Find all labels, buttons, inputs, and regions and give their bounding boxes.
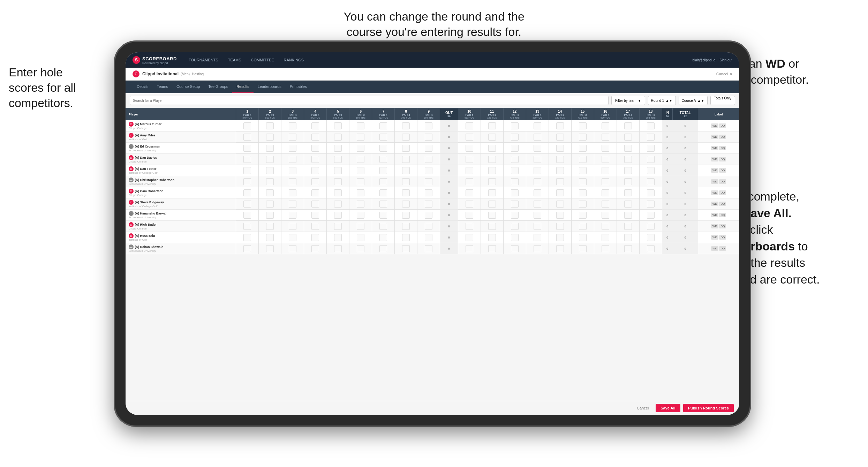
score-input-hole-6-player-0[interactable] [357,122,364,129]
score-input-hole-5-player-7[interactable] [334,201,342,208]
score-input-hole-4-player-9[interactable] [311,223,319,230]
score-input-hole-1-player-10[interactable] [243,234,251,241]
score-input-hole-18-player-4[interactable] [647,167,655,174]
score-input-hole-11-player-10[interactable] [488,234,496,241]
score-input-hole-11-player-4[interactable] [488,167,496,174]
score-input-hole-4-player-7[interactable] [311,201,319,208]
score-input-hole-3-player-4[interactable] [289,167,296,174]
score-input-hole-18-player-8[interactable] [647,212,655,219]
score-input-hole-2-player-0[interactable] [266,122,274,129]
score-input-hole-16-player-5[interactable] [602,178,609,185]
dq-button-player-3[interactable]: DQ [719,157,726,161]
score-input-hole-2-player-11[interactable] [266,245,274,252]
score-input-hole-3-player-1[interactable] [289,134,296,141]
score-input-hole-6-player-8[interactable] [357,212,364,219]
score-input-hole-18-player-1[interactable] [647,134,655,141]
search-player-input[interactable] [130,96,609,105]
score-input-hole-15-player-2[interactable] [579,145,587,152]
score-input-hole-9-player-3[interactable] [425,156,432,163]
wd-button-player-3[interactable]: WD [711,157,718,161]
score-input-hole-5-player-8[interactable] [334,212,342,219]
score-input-hole-1-player-6[interactable] [243,189,251,196]
score-input-hole-4-player-3[interactable] [311,156,319,163]
score-input-hole-12-player-7[interactable] [511,201,519,208]
score-input-hole-10-player-9[interactable] [466,223,473,230]
dq-button-player-7[interactable]: DQ [719,202,726,206]
score-input-hole-5-player-11[interactable] [334,245,342,252]
score-input-hole-1-player-0[interactable] [243,122,251,129]
nav-signout[interactable]: Sign out [719,58,732,62]
score-input-hole-3-player-10[interactable] [289,234,296,241]
score-input-hole-17-player-9[interactable] [624,223,632,230]
tab-teams[interactable]: Teams [153,81,172,93]
dq-button-player-8[interactable]: DQ [719,213,726,217]
score-input-hole-18-player-6[interactable] [647,189,655,196]
score-input-hole-16-player-8[interactable] [602,212,609,219]
score-input-hole-7-player-2[interactable] [379,145,387,152]
score-input-hole-7-player-3[interactable] [379,156,387,163]
score-input-hole-15-player-0[interactable] [579,122,587,129]
wd-button-player-5[interactable]: WD [711,179,718,184]
score-input-hole-14-player-10[interactable] [556,234,564,241]
score-input-hole-3-player-9[interactable] [289,223,296,230]
dq-button-player-10[interactable]: DQ [719,235,726,240]
score-input-hole-1-player-8[interactable] [243,212,251,219]
dq-button-player-11[interactable]: DQ [719,246,726,251]
score-input-hole-15-player-9[interactable] [579,223,587,230]
score-input-hole-11-player-0[interactable] [488,122,496,129]
score-input-hole-17-player-6[interactable] [624,189,632,196]
score-input-hole-17-player-1[interactable] [624,134,632,141]
score-input-hole-12-player-8[interactable] [511,212,519,219]
score-input-hole-2-player-4[interactable] [266,167,274,174]
tab-course-setup[interactable]: Course Setup [172,81,204,93]
score-input-hole-12-player-3[interactable] [511,156,519,163]
score-input-hole-15-player-3[interactable] [579,156,587,163]
score-input-hole-8-player-5[interactable] [402,178,410,185]
score-input-hole-6-player-5[interactable] [357,178,364,185]
score-input-hole-1-player-5[interactable] [243,178,251,185]
scorecard-container[interactable]: Player 1PAR 4340 YDS 2PAR 5510 YDS 3PAR … [126,108,739,401]
score-input-hole-15-player-6[interactable] [579,189,587,196]
score-input-hole-4-player-5[interactable] [311,178,319,185]
dq-button-player-9[interactable]: DQ [719,224,726,228]
score-input-hole-18-player-11[interactable] [647,245,655,252]
score-input-hole-2-player-3[interactable] [266,156,274,163]
score-input-hole-14-player-4[interactable] [556,167,564,174]
score-input-hole-1-player-4[interactable] [243,167,251,174]
tab-details[interactable]: Details [133,81,153,93]
score-input-hole-5-player-10[interactable] [334,234,342,241]
score-input-hole-13-player-11[interactable] [534,245,541,252]
score-input-hole-18-player-5[interactable] [647,178,655,185]
score-input-hole-17-player-0[interactable] [624,122,632,129]
score-input-hole-2-player-5[interactable] [266,178,274,185]
score-input-hole-13-player-1[interactable] [534,134,541,141]
score-input-hole-3-player-6[interactable] [289,189,296,196]
tab-leaderboards[interactable]: Leaderboards [254,81,286,93]
score-input-hole-15-player-10[interactable] [579,234,587,241]
tab-results[interactable]: Results [232,81,254,93]
score-input-hole-18-player-9[interactable] [647,223,655,230]
score-input-hole-12-player-5[interactable] [511,178,519,185]
score-input-hole-11-player-8[interactable] [488,212,496,219]
score-input-hole-14-player-1[interactable] [556,134,564,141]
score-input-hole-4-player-11[interactable] [311,245,319,252]
wd-button-player-7[interactable]: WD [711,202,718,206]
round-selector[interactable]: Round 1 ▲▼ [648,96,676,105]
score-input-hole-11-player-11[interactable] [488,245,496,252]
wd-button-player-6[interactable]: WD [711,190,718,195]
score-input-hole-15-player-5[interactable] [579,178,587,185]
score-input-hole-3-player-11[interactable] [289,245,296,252]
score-input-hole-18-player-3[interactable] [647,156,655,163]
score-input-hole-5-player-2[interactable] [334,145,342,152]
score-input-hole-14-player-0[interactable] [556,122,564,129]
score-input-hole-14-player-8[interactable] [556,212,564,219]
score-input-hole-16-player-2[interactable] [602,145,609,152]
dq-button-player-1[interactable]: DQ [719,135,726,139]
score-input-hole-17-player-2[interactable] [624,145,632,152]
score-input-hole-5-player-4[interactable] [334,167,342,174]
wd-button-player-1[interactable]: WD [711,135,718,139]
score-input-hole-16-player-0[interactable] [602,122,609,129]
score-input-hole-17-player-10[interactable] [624,234,632,241]
score-input-hole-12-player-11[interactable] [511,245,519,252]
score-input-hole-10-player-7[interactable] [466,201,473,208]
